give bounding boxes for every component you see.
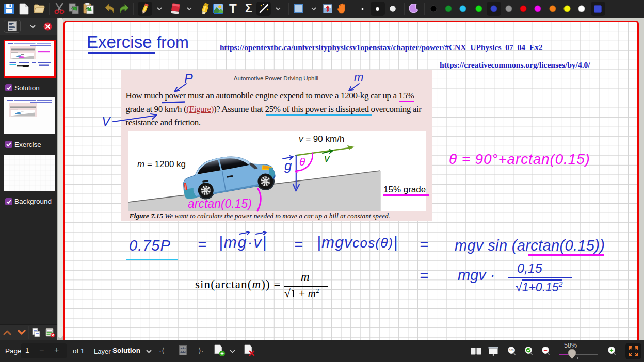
svg-text:100: 100	[509, 349, 514, 352]
